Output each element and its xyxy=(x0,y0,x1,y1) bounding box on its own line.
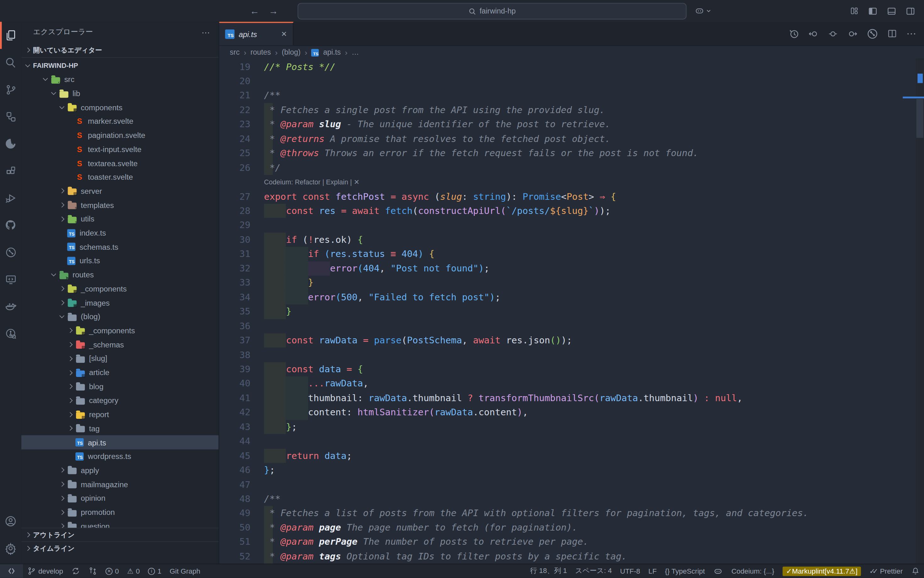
status-item-sync-icon[interactable] xyxy=(67,565,84,578)
status-item-0[interactable]: ⚠0 xyxy=(123,565,144,578)
status-item-lf[interactable]: LF xyxy=(644,565,661,578)
close-icon[interactable]: ✕ xyxy=(281,30,287,38)
tree-item-src[interactable]: ‹›src xyxy=(21,73,219,86)
timeline-section[interactable]: タイムライン xyxy=(21,542,219,555)
customize-layout-icon[interactable] xyxy=(849,6,859,16)
next-change-icon[interactable] xyxy=(847,28,858,39)
activity-github-icon[interactable] xyxy=(0,211,21,239)
tree-item-marker-svelte[interactable]: Smarker.svelte xyxy=(21,114,219,128)
activity-search-icon[interactable] xyxy=(0,49,21,76)
forward-icon[interactable]: → xyxy=(269,6,278,16)
status-item--markuplint-v4-11-7-[interactable]: ✓Markuplint[v4.11.7⚠] xyxy=(779,565,865,578)
tree-item-category[interactable]: category xyxy=(21,394,219,408)
tree-item-urls-ts[interactable]: TSurls.ts xyxy=(21,254,219,268)
tree-item-api-ts[interactable]: TSapi.ts xyxy=(21,435,219,449)
tree-item-mailmagazine[interactable]: mailmagazine xyxy=(21,477,219,491)
status-item-git-graph[interactable]: Git Graph xyxy=(166,565,205,578)
activity-account-icon[interactable] xyxy=(0,508,21,535)
tree-item--schemas[interactable]: ▤_schemas xyxy=(21,338,219,352)
tree-item-wordpress-ts[interactable]: TSwordpress.ts xyxy=(21,449,219,463)
tree-item-opinion[interactable]: opinion xyxy=(21,491,219,505)
command-center-search[interactable]: fairwind-hp xyxy=(298,3,687,19)
toggle-secondary-sidebar-icon[interactable] xyxy=(905,6,916,16)
split-editor-icon[interactable] xyxy=(887,28,898,39)
breadcrumb[interactable]: src›routes›(blog)›TSapi.ts›… xyxy=(220,45,924,59)
breadcrumb-item[interactable]: src xyxy=(230,49,239,57)
activity-run-debug-icon[interactable] xyxy=(0,184,21,211)
tree-item--components[interactable]: ▦_components xyxy=(21,282,219,295)
scrollbar-thumb[interactable] xyxy=(916,99,924,138)
tree-item-server[interactable]: ▤server xyxy=(21,184,219,198)
status-item--4[interactable]: スペース: 4 xyxy=(571,565,616,578)
status-item--typescript[interactable]: {} TypeScript xyxy=(661,565,709,578)
toggle-sidebar-icon[interactable] xyxy=(867,6,878,16)
tree-item-textarea-svelte[interactable]: Stextarea.svelte xyxy=(21,156,219,170)
folder-icon: ▤ xyxy=(76,343,85,349)
activity-linked-boxes-icon[interactable] xyxy=(0,103,21,130)
activity-pie-circle-icon[interactable] xyxy=(0,130,21,157)
status-item-1[interactable]: i1 xyxy=(144,565,166,578)
tree-item-templates[interactable]: ≡templates xyxy=(21,198,219,212)
change-icon[interactable] xyxy=(828,28,839,39)
tree-item-question[interactable]: question xyxy=(21,519,219,528)
tree-item-lib[interactable]: lib xyxy=(21,86,219,100)
tree-item-apply[interactable]: apply xyxy=(21,463,219,477)
breadcrumb-item[interactable]: api.ts xyxy=(323,49,341,57)
tree-item-components[interactable]: ▦components xyxy=(21,100,219,114)
tree-item-promotion[interactable]: promotion xyxy=(21,505,219,519)
activity-extensions-icon[interactable] xyxy=(0,157,21,184)
tree-item--components[interactable]: ▦_components xyxy=(21,323,219,338)
tree-item-routes[interactable]: ➤routes xyxy=(21,268,219,282)
activity-gitlens-icon[interactable] xyxy=(0,320,21,347)
status-item-codeium-[interactable]: Codeium: {...} xyxy=(727,565,779,578)
activity-explorer-icon[interactable] xyxy=(0,22,21,49)
activity-source-control-icon[interactable] xyxy=(0,76,21,103)
breadcrumb-item[interactable]: … xyxy=(352,49,359,57)
status-item-develop[interactable]: develop xyxy=(23,565,67,578)
tree-item-article[interactable]: ▤article xyxy=(21,366,219,380)
status-item-prettier[interactable]: ✓✓Prettier xyxy=(865,565,907,578)
tree-item-pagination-svelte[interactable]: Spagination.svelte xyxy=(21,128,219,142)
activity-remote-explorer-icon[interactable] xyxy=(0,266,21,293)
tree-item-label: (blog) xyxy=(81,312,100,321)
tree-item--blog-[interactable]: (blog) xyxy=(21,310,219,323)
breadcrumb-item[interactable]: (blog) xyxy=(281,49,301,57)
tree-item--images[interactable]: ▣_images xyxy=(21,296,219,310)
status-item-copilot-icon[interactable] xyxy=(709,565,727,578)
status-item-utf-8[interactable]: UTF-8 xyxy=(616,565,644,578)
tree-item-text-input-svelte[interactable]: Stext-input.svelte xyxy=(21,142,219,156)
status-item-0[interactable]: ✕0 xyxy=(101,565,123,578)
status-item-bell-icon[interactable] xyxy=(907,565,924,578)
activity-docker-icon[interactable] xyxy=(0,293,21,320)
commit-graph-icon[interactable] xyxy=(866,27,878,40)
toggle-panel-icon[interactable] xyxy=(886,6,897,16)
tree-item-tag[interactable]: tag xyxy=(21,422,219,435)
tree-item-blog[interactable]: blog xyxy=(21,380,219,393)
chevron-right-icon xyxy=(59,496,64,501)
status-item-remote-icon[interactable] xyxy=(0,565,23,578)
copilot-menu[interactable] xyxy=(694,5,711,16)
outline-section[interactable]: アウトライン xyxy=(21,528,219,542)
codelens-actions[interactable]: Codeium: Refactor | Explain | ✕ xyxy=(264,175,360,190)
tree-item-utils[interactable]: +utils xyxy=(21,212,219,226)
prev-change-icon[interactable] xyxy=(808,28,819,39)
back-icon[interactable]: ← xyxy=(250,6,259,16)
editor-scrollbar[interactable] xyxy=(916,58,924,565)
code-editor[interactable]: 19//* Posts *//2021/**22 * Fetches a sin… xyxy=(220,58,916,565)
tree-item-schemas-ts[interactable]: TSschemas.ts xyxy=(21,240,219,254)
workspace-root[interactable]: FAIRWIND-HP xyxy=(21,58,219,73)
history-icon[interactable] xyxy=(789,28,800,39)
status-item--18-1[interactable]: 行 18、列 1 xyxy=(526,565,571,578)
status-item-compare-branch-icon[interactable] xyxy=(84,565,101,578)
tab-api-ts[interactable]: TS api.ts ✕ xyxy=(220,22,294,45)
tree-item--slug-[interactable]: [slug] xyxy=(21,352,219,365)
tree-item-report[interactable]: ▤report xyxy=(21,408,219,421)
open-editors-section[interactable]: 開いているエディター xyxy=(21,43,219,58)
activity-commit-graph-icon[interactable] xyxy=(0,239,21,265)
breadcrumb-item[interactable]: routes xyxy=(251,49,271,57)
activity-settings-gear-icon[interactable] xyxy=(0,535,21,562)
more-icon[interactable] xyxy=(906,28,917,39)
tree-item-index-ts[interactable]: TSindex.ts xyxy=(21,226,219,240)
more-actions-icon[interactable]: ⋯ xyxy=(202,27,210,37)
tree-item-toaster-svelte[interactable]: Stoaster.svelte xyxy=(21,170,219,184)
